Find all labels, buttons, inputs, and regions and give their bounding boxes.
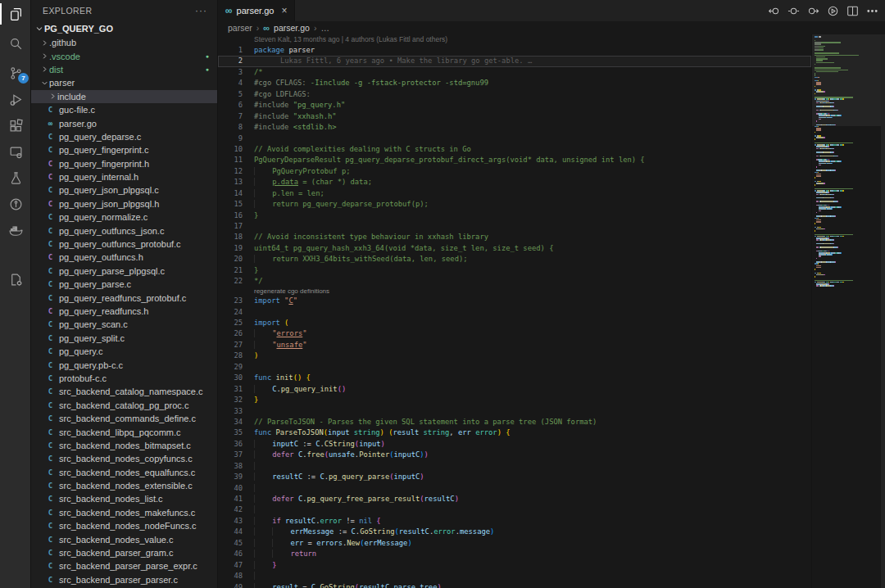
- tree-file-pg_query_parse.c[interactable]: Cpg_query_parse.c: [31, 278, 217, 291]
- line-number[interactable]: 37: [218, 450, 243, 460]
- code-line-26[interactable]: 26 "errors": [218, 328, 811, 339]
- code-line-44[interactable]: 44 errMessage := C.GoString(resultC.erro…: [218, 527, 811, 537]
- activitybar-item-docker[interactable]: [0, 218, 31, 242]
- tree-file-src_backend_parser_parser.c[interactable]: Csrc_backend_parser_parser.c: [31, 573, 217, 586]
- code-line-6[interactable]: 6#include "pg_query.h": [218, 100, 811, 111]
- code-line-4[interactable]: 4#cgo CFLAGS: -Iinclude -g -fstack-prote…: [218, 78, 811, 88]
- line-number[interactable]: 22: [218, 276, 243, 287]
- code-line-32[interactable]: 32}: [218, 395, 811, 405]
- code-line-25[interactable]: 25import (: [218, 318, 811, 328]
- tree-file-src_backend_nodes_copyfuncs.c[interactable]: Csrc_backend_nodes_copyfuncs.c: [31, 452, 217, 465]
- line-number[interactable]: 19: [218, 243, 243, 254]
- tree-folder-parser[interactable]: parser: [31, 76, 217, 89]
- tree-file-pg_query_deparse.c[interactable]: Cpg_query_deparse.c: [31, 130, 217, 143]
- line-number[interactable]: 29: [218, 362, 243, 373]
- tree-file-src_backend_libpq_pqcomm.c[interactable]: Csrc_backend_libpq_pqcomm.c: [31, 425, 217, 438]
- line-number[interactable]: 23: [218, 296, 243, 306]
- tree-file-pg_query_outfuncs.h[interactable]: Cpg_query_outfuncs.h: [31, 251, 217, 264]
- line-number[interactable]: 9: [218, 133, 243, 144]
- line-number[interactable]: 18: [218, 232, 243, 242]
- line-number[interactable]: 48: [218, 571, 243, 581]
- tree-file-src_backend_catalog_namespace.c[interactable]: Csrc_backend_catalog_namespace.c: [31, 385, 217, 398]
- code-line-35[interactable]: 35func ParseToJSON(input string) (result…: [218, 427, 811, 438]
- line-number[interactable]: 20: [218, 254, 243, 265]
- code-line-18[interactable]: 18// Avoid inconsistent type behaviour i…: [218, 232, 811, 242]
- line-number[interactable]: 25: [218, 318, 243, 328]
- line-number[interactable]: 44: [218, 527, 243, 537]
- activitybar-item-gitlens[interactable]: [0, 192, 31, 216]
- tree-file-pg_query_outfuncs_protobuf.c[interactable]: Cpg_query_outfuncs_protobuf.c: [31, 237, 217, 251]
- tree-file-src_backend_parser_parse_expr.c[interactable]: Csrc_backend_parser_parse_expr.c: [31, 559, 217, 572]
- line-number[interactable]: 28: [218, 351, 243, 361]
- line-number[interactable]: 36: [218, 439, 243, 450]
- line-number[interactable]: 21: [218, 265, 243, 276]
- tree-file-src_backend_nodes_equalfuncs.c[interactable]: Csrc_backend_nodes_equalfuncs.c: [31, 466, 217, 479]
- overview-ruler[interactable]: [881, 34, 885, 588]
- tree-file-src_backend_nodes_value.c[interactable]: Csrc_backend_nodes_value.c: [31, 532, 217, 545]
- code-line-29[interactable]: 29: [218, 362, 811, 373]
- explorer-more-actions-icon[interactable]: ···: [195, 5, 207, 16]
- line-number[interactable]: 39: [218, 472, 243, 482]
- activitybar-item-remote-explorer[interactable]: [0, 139, 31, 164]
- tree-folder-.vscode[interactable]: .vscode●: [31, 49, 217, 62]
- code-line-14[interactable]: 14 p.len = len;: [218, 188, 811, 199]
- activitybar-item-testing[interactable]: [0, 165, 31, 190]
- tree-file-pg_query_outfuncs_json.c[interactable]: Cpg_query_outfuncs_json.c: [31, 224, 217, 237]
- line-number[interactable]: 3: [218, 67, 243, 78]
- split-editor-icon[interactable]: [846, 5, 859, 17]
- tree-file-src_backend_nodes_makefuncs.c[interactable]: Csrc_backend_nodes_makefuncs.c: [31, 506, 217, 519]
- code-line-20[interactable]: 20 return XXH3_64bits_withSeed(data, len…: [218, 254, 811, 265]
- minimap[interactable]: [811, 34, 881, 588]
- code-line-19[interactable]: 19uint64_t pg_query_hash_xxh3_64(void *d…: [218, 243, 811, 254]
- line-number[interactable]: 41: [218, 494, 243, 504]
- activitybar-item-explorer[interactable]: [0, 2, 31, 26]
- code-line-24[interactable]: 24: [218, 307, 811, 318]
- code-line-33[interactable]: 33: [218, 406, 811, 417]
- code-line-10[interactable]: 10// Avoid complexities dealing with C s…: [218, 144, 811, 155]
- line-number[interactable]: 46: [218, 549, 243, 559]
- tree-file-pg_query_readfuncs_protobuf.c[interactable]: Cpg_query_readfuncs_protobuf.c: [31, 291, 217, 304]
- tree-file-pg_query_normalize.c[interactable]: Cpg_query_normalize.c: [31, 210, 217, 224]
- line-number[interactable]: 34: [218, 417, 243, 427]
- code-line-41[interactable]: 41 defer C.pg_query_free_parse_result(re…: [218, 494, 811, 504]
- code-line-40[interactable]: 40: [218, 483, 811, 494]
- line-number[interactable]: 38: [218, 461, 243, 472]
- ellipsis-icon[interactable]: [866, 5, 878, 17]
- tree-file-pg_query.pb-c.c[interactable]: Cpg_query.pb-c.c: [31, 358, 217, 371]
- line-number[interactable]: 33: [218, 406, 243, 417]
- code-line-5[interactable]: 5#cgo LDFLAGS:: [218, 89, 811, 100]
- code-line-1[interactable]: 1package parser: [218, 45, 811, 56]
- tree-file-pg_query_split.c[interactable]: Cpg_query_split.c: [31, 332, 217, 345]
- line-number[interactable]: 11: [218, 155, 243, 165]
- line-number[interactable]: 32: [218, 395, 243, 405]
- close-icon[interactable]: ×: [281, 5, 287, 16]
- line-number[interactable]: 42: [218, 504, 243, 515]
- activitybar-item-search[interactable]: [0, 31, 31, 56]
- line-number[interactable]: 43: [218, 516, 243, 527]
- tree-file-src_backend_catalog_pg_proc.c[interactable]: Csrc_backend_catalog_pg_proc.c: [31, 399, 217, 412]
- line-number[interactable]: 10: [218, 144, 243, 155]
- tree-file-pg_query_readfuncs.h[interactable]: Cpg_query_readfuncs.h: [31, 305, 217, 318]
- code-line-22[interactable]: 22*/: [218, 276, 811, 287]
- explorer-root-section[interactable]: PG_QUERY_GO: [31, 21, 217, 36]
- line-number[interactable]: 40: [218, 483, 243, 494]
- tree-file-pg_query_fingerprint.c[interactable]: Cpg_query_fingerprint.c: [31, 143, 217, 156]
- line-number[interactable]: 15: [218, 199, 243, 210]
- breadcrumb-item[interactable]: parser.go: [274, 23, 310, 33]
- code-line-13[interactable]: 13 p.data = (char *) data;: [218, 177, 811, 188]
- tree-file-pg_query_fingerprint.h[interactable]: Cpg_query_fingerprint.h: [31, 157, 217, 170]
- line-number[interactable]: 4: [218, 78, 243, 88]
- tree-file-guc-file.c[interactable]: Cguc-file.c: [31, 103, 217, 116]
- code-line-28[interactable]: 28): [218, 351, 811, 361]
- tree-file-pg_query_internal.h[interactable]: Cpg_query_internal.h: [31, 170, 217, 183]
- tree-file-src_backend_nodes_nodeFuncs.c[interactable]: Csrc_backend_nodes_nodeFuncs.c: [31, 519, 217, 532]
- code-line-36[interactable]: 36 inputC := C.CString(input): [218, 439, 811, 450]
- activitybar-item-source-control[interactable]: 7: [0, 61, 31, 85]
- line-number[interactable]: 1: [218, 45, 243, 56]
- line-number[interactable]: 47: [218, 560, 243, 571]
- code-line-45[interactable]: 45 err = errors.New(errMessage): [218, 538, 811, 549]
- line-number[interactable]: 2: [218, 56, 243, 66]
- code-line-21[interactable]: 21}: [218, 265, 811, 276]
- code-line-27[interactable]: 27 "unsafe": [218, 340, 811, 351]
- play-circle-icon[interactable]: [827, 5, 839, 17]
